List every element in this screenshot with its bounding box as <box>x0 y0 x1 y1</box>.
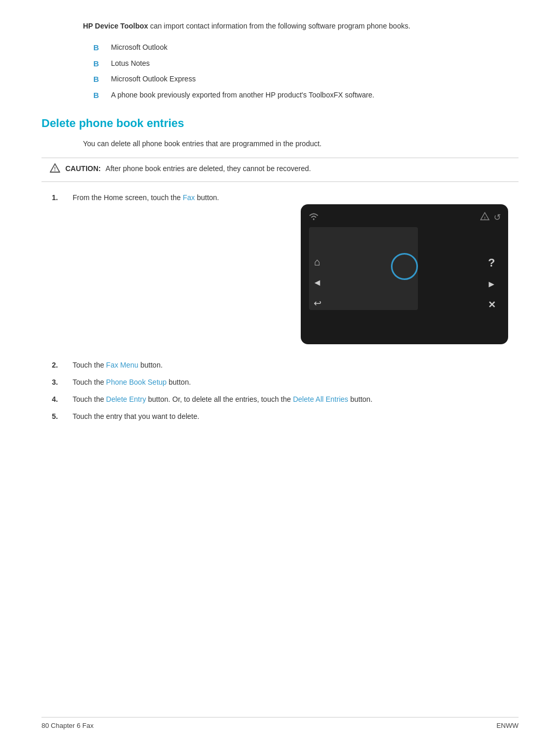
device-panel: ! ↺ ⌂ ◄ ↩ <box>301 204 508 344</box>
fax-menu-link[interactable]: Fax Menu <box>106 361 138 369</box>
caution-box: ! CAUTION: After phone book entries are … <box>41 158 519 182</box>
close-button[interactable]: ✕ <box>482 299 501 311</box>
brand-name: HP Device Toolbox <box>83 22 148 30</box>
bullet-marker: B <box>93 90 106 102</box>
back-button[interactable]: ◄ <box>308 277 327 288</box>
undo-button[interactable]: ↩ <box>308 298 327 309</box>
step-text-2: Touch the Fax Menu button. <box>73 360 519 371</box>
list-item-text: Microsoft Outlook Express <box>111 74 195 85</box>
bullet-marker: B <box>93 58 106 70</box>
intro-paragraph: HP Device Toolbox can import contact inf… <box>41 21 519 32</box>
device-image-area: ! ↺ ⌂ ◄ ↩ <box>41 204 519 344</box>
page-container: HP Device Toolbox can import contact inf… <box>0 0 560 745</box>
steps-list: 2. Touch the Fax Menu button. 3. Touch t… <box>41 360 519 422</box>
help-button[interactable]: ? <box>482 256 501 270</box>
bullet-marker: B <box>93 42 106 54</box>
step-number-5: 5. <box>41 411 73 422</box>
step-item-3: 3. Touch the Phone Book Setup button. <box>41 377 519 388</box>
home-button[interactable]: ⌂ <box>308 256 327 268</box>
device-top-row: ! ↺ <box>308 212 501 223</box>
list-item-text: Microsoft Outlook <box>111 42 167 53</box>
step-item-2: 2. Touch the Fax Menu button. <box>41 360 519 371</box>
right-buttons-column: ? ► ✕ <box>482 256 501 311</box>
list-item-text: A phone book previously exported from an… <box>111 90 374 101</box>
step-text-3: Touch the Phone Book Setup button. <box>73 377 519 388</box>
footer-left: 80 Chapter 6 Fax <box>41 722 93 729</box>
svg-text:!: ! <box>54 166 55 172</box>
svg-point-2 <box>313 219 315 220</box>
section-heading: Delete phone book entries <box>41 117 519 130</box>
refresh-icon: ↺ <box>494 212 501 223</box>
step-number-4: 4. <box>41 394 73 405</box>
fax-link[interactable]: Fax <box>183 193 194 202</box>
list-item: B A phone book previously exported from … <box>93 90 519 102</box>
circle-button <box>391 253 418 280</box>
caution-body: After phone book entries are deleted, th… <box>106 164 311 173</box>
step-item-5: 5. Touch the entry that you want to dele… <box>41 411 519 422</box>
delete-all-entries-link[interactable]: Delete All Entries <box>293 395 348 403</box>
delete-entry-link[interactable]: Delete Entry <box>106 395 146 403</box>
step-number-1: 1. <box>41 192 73 203</box>
step-text-4: Touch the Delete Entry button. Or, to de… <box>73 394 519 405</box>
steps-area: 1. From the Home screen, touch the Fax b… <box>41 192 519 422</box>
list-item: B Microsoft Outlook Express <box>93 74 519 86</box>
bullet-list: B Microsoft Outlook B Lotus Notes B Micr… <box>41 42 519 101</box>
step-number-3: 3. <box>41 377 73 388</box>
section-body: You can delete all phone book entries th… <box>41 138 519 149</box>
list-item: B Microsoft Outlook <box>93 42 519 54</box>
caution-label: CAUTION: <box>65 164 101 173</box>
warning-icon: ! <box>480 212 489 223</box>
caution-triangle-icon: ! <box>50 163 60 176</box>
step-text-5: Touch the entry that you want to delete. <box>73 411 519 422</box>
step-number-2: 2. <box>41 360 73 371</box>
next-button[interactable]: ► <box>482 279 501 290</box>
step-item-4: 4. Touch the Delete Entry button. Or, to… <box>41 394 519 405</box>
bullet-marker: B <box>93 74 106 86</box>
page-footer: 80 Chapter 6 Fax ENWW <box>41 717 519 729</box>
caution-text: CAUTION: After phone book entries are de… <box>65 163 311 174</box>
wifi-icon <box>308 212 319 223</box>
intro-text: can import contact information from the … <box>148 22 411 30</box>
top-right-icons: ! ↺ <box>480 212 501 223</box>
step-text-1: From the Home screen, touch the Fax butt… <box>73 192 519 203</box>
list-item: B Lotus Notes <box>93 58 519 70</box>
step-item-1: 1. From the Home screen, touch the Fax b… <box>41 192 519 203</box>
svg-text:!: ! <box>484 216 486 220</box>
phone-book-setup-link[interactable]: Phone Book Setup <box>106 378 167 386</box>
left-buttons-column: ⌂ ◄ ↩ <box>308 256 327 309</box>
list-item-text: Lotus Notes <box>111 58 150 69</box>
footer-right: ENWW <box>496 722 519 729</box>
